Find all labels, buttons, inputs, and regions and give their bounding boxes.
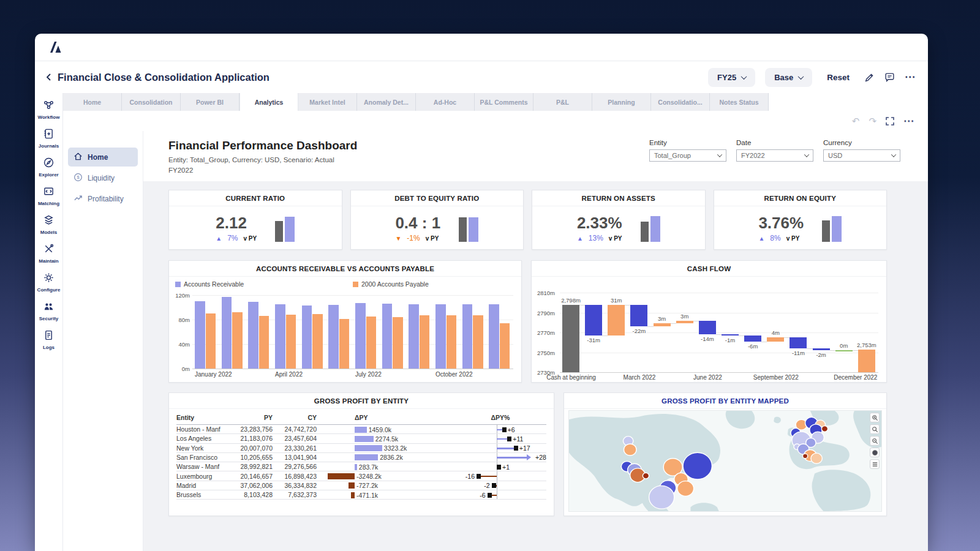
table-row-houston-manf[interactable]: Houston - Manf23,283,75624,742,7201459.0… [176,425,546,434]
table-row-los-angeles[interactable]: Los Angeles21,183,07623,457,6042274.5k+1… [176,434,546,443]
redo-icon[interactable]: ↷ [869,116,876,126]
tab-notes-status[interactable]: Notes Status [710,93,769,111]
map-bubble[interactable] [649,485,674,509]
waterfall-bar[interactable] [767,337,784,342]
waterfall-bar[interactable] [744,335,761,342]
ar-bar[interactable] [355,303,366,369]
waterfall-bar[interactable] [676,321,693,324]
ap-bar[interactable] [232,312,243,369]
rail-item-maintain[interactable]: Maintain [39,243,58,264]
ar-bar[interactable] [195,301,205,369]
ap-bar[interactable] [286,315,296,369]
ap-bar[interactable] [312,314,323,369]
map-bubble[interactable] [811,453,823,463]
ap-bar[interactable] [500,323,510,369]
waterfall-bar[interactable] [722,334,739,335]
map-bubble[interactable] [683,452,712,479]
ap-bar[interactable] [366,317,377,369]
tab-planning[interactable]: Planning [592,93,651,111]
more-menu-icon[interactable]: ⋯ [905,74,916,80]
filter-select-currency[interactable]: USD [823,149,900,162]
back-icon[interactable] [45,73,52,81]
map-bubble[interactable] [643,473,649,478]
table-row-new-york[interactable]: New York20,007,07023,330,2613323.2k+17 [176,444,546,453]
ar-ap-chart[interactable]: Accounts Receivable2000 Accounts Payable… [169,277,521,381]
table-row-san-francisco[interactable]: San Francisco10,205,65513,041,9042836.2k… [176,453,546,462]
ap-bar[interactable] [259,316,270,369]
map-zoom-select-button[interactable] [870,424,880,434]
ap-bar[interactable] [420,315,430,369]
undo-icon[interactable]: ↶ [852,116,860,126]
tab-anomaly-det[interactable]: Anomaly Det... [357,93,416,111]
map-globe-button[interactable] [870,448,880,457]
tab-ad-hoc[interactable]: Ad-Hoc [416,93,475,111]
ar-bar[interactable] [302,305,312,369]
tab-p-l-comments[interactable]: P&L Comments [475,93,533,111]
tab-home[interactable]: Home [63,93,122,111]
rail-item-models[interactable]: Models [40,214,58,235]
map-layers-button[interactable] [870,459,880,469]
sidebar-item-liquidity[interactable]: $Liquidity [68,168,138,187]
ap-bar[interactable] [447,315,457,369]
edit-pencil-icon[interactable] [864,72,875,83]
filter-select-date[interactable]: FY2022 [736,149,813,162]
ar-bar[interactable] [275,304,285,369]
cash-flow-chart[interactable]: 2730m2750m2770m2790m2810m2,798m-31m31m-2… [532,277,886,381]
tab-market-intel[interactable]: Market Intel [298,93,357,111]
waterfall-bar[interactable] [858,350,875,372]
board-more-icon[interactable]: ⋯ [903,118,914,124]
waterfall-bar[interactable] [699,321,716,335]
waterfall-bar[interactable] [585,305,602,335]
version-selector[interactable]: Base [765,68,812,87]
table-row-warsaw-manf[interactable]: Warsaw - Manf28,992,82129,276,566283.7k+… [176,462,546,471]
table-row-luxembourg[interactable]: Luxembourg20,146,65716,898,423-3248.2k-1… [176,471,546,481]
waterfall-bar[interactable] [835,350,853,351]
waterfall-bar[interactable] [654,323,671,326]
sidebar-item-profitability[interactable]: Profitability [68,189,138,208]
map-zoom-in-button[interactable] [870,413,880,422]
ar-bar[interactable] [462,304,473,369]
tab-consolidation[interactable]: Consolidation [122,93,181,111]
rail-item-matching[interactable]: Matching [38,186,59,206]
reset-button[interactable]: Reset [827,73,850,82]
ar-bar[interactable] [489,304,499,369]
map-zoom-out-button[interactable] [870,436,880,446]
ar-bar[interactable] [409,304,419,369]
ap-bar[interactable] [473,315,483,369]
period-selector[interactable]: FY25 [708,68,755,87]
ar-bar[interactable] [248,302,258,369]
waterfall-bar[interactable] [790,337,807,348]
ar-bar[interactable] [435,304,446,369]
ar-bar[interactable] [328,305,339,369]
table-row-brussels[interactable]: Brussels8,103,4287,632,373-471.1k-6 [176,490,546,500]
comment-icon[interactable] [884,72,895,83]
waterfall-bar[interactable] [608,305,625,335]
ap-bar[interactable] [206,313,216,369]
map-bubble[interactable] [677,481,694,497]
table-row-madrid[interactable]: Madrid37,062,00636,334,832-727.2k-2 [176,481,546,490]
rail-item-journals[interactable]: Journals [39,128,59,149]
tab-p-l[interactable]: P&L [533,93,592,111]
sidebar-item-home[interactable]: Home [68,148,138,167]
map-bubble[interactable] [802,454,807,459]
rail-item-configure[interactable]: Configure [37,272,61,293]
tab-analytics[interactable]: Analytics [239,93,298,111]
ap-bar[interactable] [393,317,403,369]
ar-bar[interactable] [222,297,232,369]
map-bubble[interactable] [624,444,636,455]
waterfall-bar[interactable] [813,348,830,350]
ap-bar[interactable] [339,319,350,369]
ar-bar[interactable] [382,304,393,369]
map-bubble[interactable] [821,426,827,432]
waterfall-bar[interactable] [630,305,647,327]
rail-item-explorer[interactable]: Explorer [39,157,58,178]
filter-select-entity[interactable]: Total_Group [649,149,726,162]
rail-item-workflow[interactable]: Workflow [38,99,60,120]
tab-consolidatio[interactable]: Consolidatio... [651,93,710,111]
fullscreen-icon[interactable] [886,117,894,126]
rail-item-security[interactable]: Security [39,301,59,321]
tab-power-bi[interactable]: Power BI [181,93,239,111]
waterfall-bar[interactable] [562,305,579,373]
world-map[interactable] [569,411,881,511]
rail-item-logs[interactable]: Logs [43,329,55,350]
